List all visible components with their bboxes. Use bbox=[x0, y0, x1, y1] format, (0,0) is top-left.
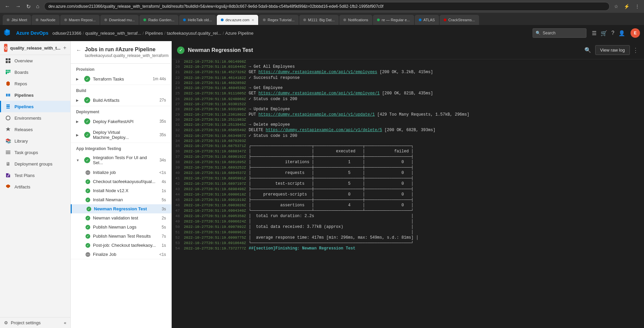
line-content: ┌─────────────────────────┬─────────────… bbox=[249, 144, 414, 148]
sidebar-item-repos[interactable]: Repos bbox=[0, 78, 70, 89]
tab-haxnode[interactable]: haxNode bbox=[32, 15, 59, 25]
breadcrumb-azure-pipeline[interactable]: Azure Pipeline bbox=[225, 31, 253, 36]
user-avatar[interactable]: E bbox=[631, 28, 640, 38]
sub-job-init[interactable]: — Initialize job <1s bbox=[71, 168, 171, 177]
breadcrumb-org[interactable]: odluser213366 bbox=[53, 31, 81, 36]
status-success-checkout: ✓ bbox=[86, 179, 90, 184]
tab-download[interactable]: Download mu... bbox=[100, 15, 139, 25]
tab-atlas[interactable]: ATLAS bbox=[415, 15, 439, 25]
svg-rect-0 bbox=[6, 58, 8, 60]
sub-job-publish-logs[interactable]: ✓ Publish Newman Logs 5s bbox=[71, 222, 171, 232]
line-timestamp: 2022-10-27T20:51:19.6904340Z bbox=[184, 209, 246, 213]
sub-job-name-checkout: Checkout taofeekaoyusuf/qual... bbox=[93, 179, 159, 184]
search-box[interactable]: 🔍 Search bbox=[533, 28, 586, 38]
sidebar-footer[interactable]: ⚙ Project settings « bbox=[0, 317, 70, 328]
log-content[interactable]: 192022-10-27T20:51:18.0014998Z202022-10-… bbox=[172, 59, 644, 328]
azure-devops-title[interactable]: Azure DevOps bbox=[16, 30, 48, 36]
svg-rect-9 bbox=[9, 71, 10, 72]
status-success-post-checkout: ✓ bbox=[86, 243, 90, 248]
reload-button[interactable]: ↻ bbox=[24, 2, 33, 11]
project-name[interactable]: quality_release_with_t... bbox=[10, 46, 61, 51]
sub-job-finalize[interactable]: — Finalize Job <1s bbox=[71, 250, 171, 259]
expand-icon-integration[interactable]: ▼ bbox=[76, 158, 81, 162]
log-link[interactable]: https://dummy.restapiexample.com/api/v1/… bbox=[259, 112, 375, 117]
project-add-icon[interactable]: + bbox=[63, 45, 66, 51]
tab-radio[interactable]: Radio Garden... bbox=[139, 15, 178, 25]
person-icon[interactable]: 👤 bbox=[618, 30, 625, 36]
job-row-integration-tests[interactable]: ▼ ✓ Integration Tests For UI and Sel... … bbox=[71, 152, 171, 168]
boards-icon bbox=[5, 69, 11, 75]
sub-job-install-node[interactable]: ✓ Install Node v12.X 1s bbox=[71, 186, 171, 195]
sidebar-item-artifacts[interactable]: Artifacts bbox=[0, 181, 70, 192]
log-line: 292022-10-27T20:51:19.2361802ZPUT https:… bbox=[172, 112, 644, 117]
sidebar-item-overview[interactable]: Overview bbox=[0, 55, 70, 66]
log-more-icon[interactable]: ⋮ bbox=[633, 47, 639, 54]
back-button[interactable]: ← bbox=[3, 2, 12, 11]
section-build: Build bbox=[71, 85, 171, 94]
log-search-icon[interactable]: 🔍 bbox=[584, 47, 591, 53]
sidebar-item-pipelines[interactable]: Pipelines bbox=[0, 101, 70, 112]
breadcrumb-pipeline-name[interactable]: taofeekaoyusuf.quality_rel... bbox=[167, 31, 222, 36]
log-link[interactable]: https://dummy.restapiexample.com/api/v1/… bbox=[259, 70, 377, 74]
basket-icon[interactable]: 🛒 bbox=[601, 30, 607, 36]
breadcrumb-project[interactable]: quality_release_with_terraf... bbox=[85, 31, 141, 36]
job-row-deploy-vm[interactable]: ▶ ✓ Deploy Virtual Machine_Deploy... 35s bbox=[71, 127, 171, 143]
line-content: ├─────────────────────────┼─────────────… bbox=[249, 198, 414, 202]
line-timestamp: 2022-10-27T20:51:18.9111605Z bbox=[184, 91, 246, 95]
sub-job-publish-results[interactable]: ✓ Publish Newman Test Results 7s bbox=[71, 232, 171, 241]
address-bar[interactable]: dev.azure.com/odluser213366/quality_rele… bbox=[44, 2, 610, 11]
tab-label: haxNode bbox=[40, 18, 55, 22]
sidebar-item-task-groups[interactable]: Task groups bbox=[0, 147, 70, 158]
tab-close-icon[interactable]: ✕ bbox=[251, 18, 254, 22]
view-raw-log-button[interactable]: View raw log bbox=[595, 45, 630, 55]
sidebar-item-pipelines-parent[interactable]: Pipelines bbox=[0, 89, 70, 101]
expand-icon-build[interactable]: ▶ bbox=[76, 98, 81, 102]
sub-job-install-newman[interactable]: ✓ Install Newman 5s bbox=[71, 195, 171, 204]
job-row-deploy-fakerest[interactable]: ▶ ✓ Deploy FakeRestAPI 35s bbox=[71, 116, 171, 127]
tab-azure[interactable]: dev.azure.com ✕ bbox=[217, 15, 258, 25]
log-link[interactable]: https://dummy.restapiexample.com/api/v1/… bbox=[259, 91, 380, 96]
sub-job-newman-regression[interactable]: ✓ Newman Regression Test 3s bbox=[71, 204, 171, 213]
sub-job-newman-validation[interactable]: ✓ Newman validation test 2s bbox=[71, 213, 171, 222]
sub-job-checkout[interactable]: ✓ Checkout taofeekaoyusuf/qual... 4s bbox=[71, 177, 171, 186]
tab-notifications[interactable]: Notifications bbox=[339, 15, 372, 25]
tab-re[interactable]: re — Regular e... bbox=[373, 15, 414, 25]
log-link[interactable]: https://dummy.restapiexample.com/api/v1/… bbox=[266, 128, 382, 132]
tab-hellotalk[interactable]: HelloTalk old... bbox=[179, 15, 216, 25]
sidebar-item-environments[interactable]: Environments bbox=[0, 112, 70, 124]
sidebar-item-releases[interactable]: Releases bbox=[0, 124, 70, 135]
list-icon[interactable]: ☰ bbox=[592, 30, 597, 36]
expand-icon-deploy-fakerest[interactable]: ▶ bbox=[76, 120, 81, 123]
home-button[interactable]: ⌂ bbox=[34, 2, 41, 11]
expand-icon-terraform[interactable]: ▶ bbox=[76, 77, 81, 81]
job-row-build-artifacts[interactable]: ▶ ✓ Build Artifacts 27s bbox=[71, 94, 171, 106]
job-group-deployment: Deployment ▶ ✓ Deploy FakeRestAPI 35s ▶ … bbox=[71, 106, 171, 143]
expand-icon-deploy-vm[interactable]: ▶ bbox=[76, 133, 81, 137]
sidebar-item-boards[interactable]: Boards bbox=[0, 66, 70, 78]
tab-jitsi[interactable]: Jitsi Meet bbox=[3, 15, 31, 25]
breadcrumb-pipelines[interactable]: Pipelines bbox=[145, 31, 163, 36]
address-text: dev.azure.com/odluser213366/quality_rele… bbox=[48, 4, 383, 9]
extension-icon[interactable]: ⚡ bbox=[622, 3, 631, 10]
sidebar-item-deployment-groups[interactable]: 🖥 Deployment groups bbox=[0, 158, 70, 170]
back-button[interactable]: ← bbox=[76, 47, 81, 53]
job-row-terraform[interactable]: ▶ ✓ Terraform Tasks 1m 44s bbox=[71, 73, 171, 85]
sidebar-item-test-plans[interactable]: Test Plans bbox=[0, 170, 70, 181]
help-icon[interactable]: ? bbox=[611, 30, 614, 36]
bookmark-icon[interactable]: ☆ bbox=[612, 3, 620, 10]
forward-button[interactable]: → bbox=[13, 2, 23, 11]
sidebar-item-library[interactable]: 📚 Library bbox=[0, 135, 70, 147]
job-panel-title-group: Jobs in run #Azure Pipeline taofeekaoyus… bbox=[85, 47, 169, 58]
line-number: 25 bbox=[172, 91, 184, 95]
sub-job-post-checkout[interactable]: ✓ Post-job: Checkout taofeekaoy... 1s bbox=[71, 241, 171, 250]
tab-maven[interactable]: Maven Reposi... bbox=[60, 15, 100, 25]
tab-regex[interactable]: Regex Tutorial... bbox=[259, 15, 299, 25]
sub-job-name-publish-results: Publish Newman Test Results bbox=[93, 234, 159, 239]
search-icon: 🔍 bbox=[536, 31, 541, 35]
line-timestamp: 2022-10-27T20:51:19.7372777Z bbox=[184, 246, 246, 250]
sidebar-collapse-icon[interactable]: « bbox=[64, 320, 66, 325]
settings-icon[interactable]: ⋮ bbox=[633, 3, 641, 10]
log-line: 312022-10-27T20:51:19.2513945Z→ Delete e… bbox=[172, 122, 644, 127]
tab-crackstreams[interactable]: CrackStreams... bbox=[440, 15, 479, 25]
tab-m111[interactable]: M111: Big Dat... bbox=[299, 15, 339, 25]
